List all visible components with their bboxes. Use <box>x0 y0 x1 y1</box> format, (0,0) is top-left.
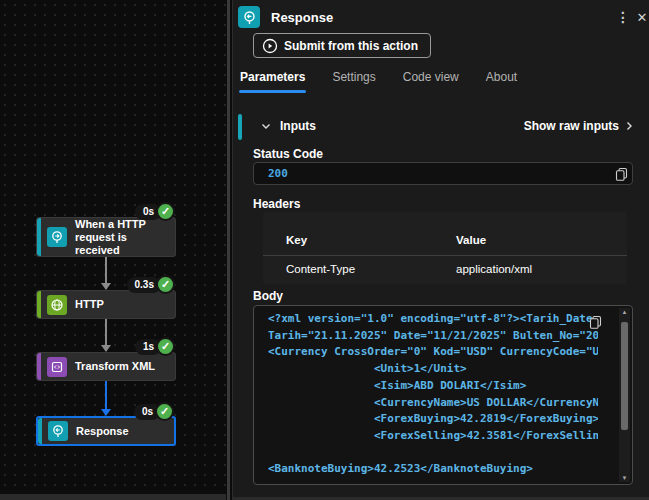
canvas-vertical-scrollbar[interactable] <box>227 0 230 500</box>
show-raw-inputs-link[interactable]: Show raw inputs <box>524 119 619 133</box>
status-code-input[interactable] <box>254 167 610 180</box>
chevron-down-icon[interactable] <box>260 120 272 132</box>
copy-icon[interactable] <box>584 313 606 331</box>
copy-icon[interactable] <box>610 165 632 183</box>
body-xml-content: <?xml version="1.0" encoding="utf-8"?><T… <box>268 311 598 482</box>
tab-about[interactable]: About <box>485 66 518 93</box>
success-check-icon: ✓ <box>156 275 175 294</box>
http-globe-icon <box>47 295 67 315</box>
http-request-trigger-icon <box>47 227 67 247</box>
body-code-viewer: <?xml version="1.0" encoding="utf-8"?><T… <box>253 305 633 485</box>
node-label: Response <box>76 425 129 438</box>
edge-trigger-to-http <box>105 257 107 289</box>
action-details-panel: Response ⋮ ✕ Submit from this action Par… <box>232 0 649 500</box>
panel-tabs: Parameters Settings Code view About <box>239 66 518 93</box>
body-label: Body <box>253 289 283 303</box>
edge-http-to-transform <box>105 319 107 351</box>
close-icon[interactable]: ✕ <box>632 7 649 27</box>
more-options-icon[interactable]: ⋮ <box>613 7 633 27</box>
node-label: When a HTTP request is received <box>75 218 169 257</box>
panel-title: Response <box>271 10 333 25</box>
headers-table-header-row: Key Value <box>263 212 627 256</box>
scrollbar-thumb[interactable] <box>621 322 628 430</box>
headers-table: Key Value Content-Type application/xml <box>263 212 627 284</box>
inputs-accent-bar <box>238 114 242 140</box>
tab-settings[interactable]: Settings <box>331 66 376 93</box>
node-accent-bar <box>38 418 42 444</box>
success-check-icon: ✓ <box>156 337 175 356</box>
chevron-right-icon[interactable] <box>623 120 635 132</box>
status-code-field-wrap <box>253 162 633 185</box>
headers-label: Headers <box>253 197 300 211</box>
success-check-icon: ✓ <box>155 402 174 421</box>
run-status-badge: 0s ✓ <box>135 202 175 221</box>
submit-from-action-button[interactable]: Submit from this action <box>253 33 431 58</box>
submit-button-label: Submit from this action <box>284 39 418 53</box>
node-accent-bar <box>37 291 41 318</box>
node-accent-bar <box>37 353 41 380</box>
run-status-badge: 1s ✓ <box>135 337 175 356</box>
node-label: Transform XML <box>75 360 155 373</box>
node-when-http-request-received[interactable]: When a HTTP request is received 0s ✓ <box>36 217 176 257</box>
edge-transform-to-response <box>105 381 107 415</box>
transform-xml-icon <box>47 357 67 377</box>
header-value: application/xml <box>456 263 627 275</box>
tab-code-view[interactable]: Code view <box>402 66 460 93</box>
inputs-section-header: Inputs Show raw inputs <box>238 112 639 142</box>
response-icon <box>48 421 68 441</box>
node-transform-xml[interactable]: Transform XML 1s ✓ <box>36 352 176 381</box>
node-label: HTTP <box>75 298 104 311</box>
scroll-down-icon[interactable]: ▼ <box>619 475 630 481</box>
run-status-badge: 0.3s ✓ <box>127 275 175 294</box>
response-action-icon <box>238 6 260 28</box>
column-key: Key <box>286 234 456 246</box>
flow-canvas[interactable]: When a HTTP request is received 0s ✓ HTT… <box>0 0 232 500</box>
table-row: Content-Type application/xml <box>263 256 627 284</box>
scroll-up-icon[interactable]: ▲ <box>619 309 630 315</box>
success-check-icon: ✓ <box>156 202 175 221</box>
header-key: Content-Type <box>286 263 456 275</box>
column-value: Value <box>456 234 627 246</box>
body-vertical-scrollbar[interactable]: ▲ ▼ <box>619 308 630 482</box>
inputs-section-label[interactable]: Inputs <box>280 119 316 133</box>
node-http[interactable]: HTTP 0.3s ✓ <box>36 290 176 319</box>
tab-parameters[interactable]: Parameters <box>239 66 306 93</box>
node-accent-bar <box>37 218 41 256</box>
canvas-horizontal-scrollbar[interactable] <box>0 494 226 500</box>
status-code-label: Status Code <box>253 147 323 161</box>
node-response[interactable]: Response 0s ✓ <box>36 416 176 446</box>
play-circle-icon <box>262 38 278 54</box>
run-status-badge: 0s ✓ <box>134 402 174 421</box>
